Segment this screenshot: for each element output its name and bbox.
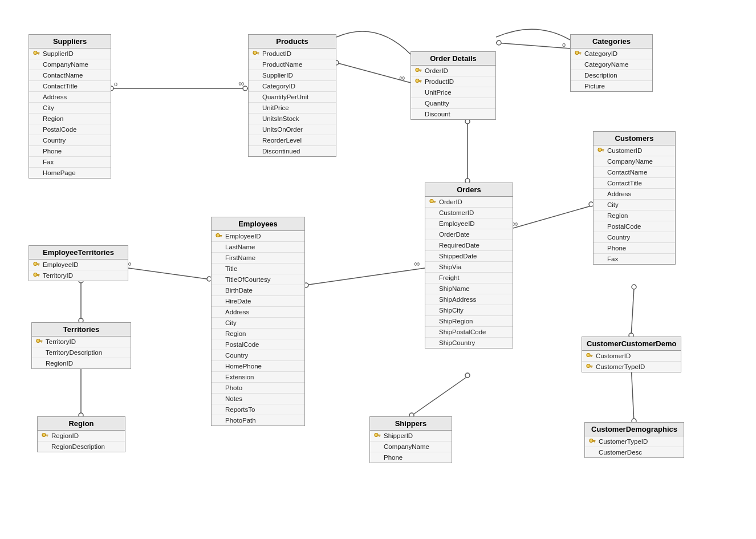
table-row: Country bbox=[29, 135, 111, 146]
field-label: ReorderLevel bbox=[262, 137, 302, 144]
svg-rect-75 bbox=[37, 274, 40, 275]
pk-icon bbox=[586, 352, 594, 360]
svg-point-30 bbox=[465, 373, 470, 378]
table-row: CustomerDesc bbox=[585, 447, 684, 457]
svg-point-38 bbox=[34, 51, 37, 55]
svg-rect-85 bbox=[46, 436, 47, 437]
field-label: PhotoPath bbox=[225, 417, 256, 424]
field-label: ShipCountry bbox=[439, 339, 475, 346]
field-spacer bbox=[414, 110, 422, 118]
field-spacer bbox=[597, 212, 605, 220]
table-row: Region bbox=[594, 210, 675, 221]
svg-rect-52 bbox=[420, 82, 421, 83]
svg-rect-40 bbox=[38, 54, 39, 55]
table-row: CustomerTypeID bbox=[582, 362, 681, 372]
table-row: SupplierID bbox=[249, 70, 336, 81]
table-row: RegionID bbox=[32, 358, 131, 368]
svg-rect-60 bbox=[603, 151, 604, 152]
svg-rect-49 bbox=[419, 71, 420, 72]
field-spacer bbox=[429, 263, 437, 271]
table-orders: Orders OrderIDCustomerIDEmployeeIDOrderD… bbox=[425, 183, 513, 348]
field-label: HomePhone bbox=[225, 363, 262, 370]
field-spacer bbox=[215, 275, 223, 283]
table-row: UnitPrice bbox=[249, 103, 336, 114]
svg-rect-88 bbox=[379, 436, 380, 437]
table-row: Photo bbox=[212, 383, 304, 394]
field-label: PostalCode bbox=[607, 223, 641, 230]
svg-rect-53 bbox=[419, 82, 420, 83]
table-header-customer_customer_demo: CustomerCustomerDemo bbox=[582, 337, 681, 351]
field-spacer bbox=[215, 243, 223, 251]
svg-text:o: o bbox=[562, 41, 566, 48]
table-row: TitleOfCourtesy bbox=[212, 274, 304, 285]
pk-icon bbox=[252, 50, 260, 58]
field-label: UnitsOnOrder bbox=[262, 126, 303, 133]
field-label: SupplierID bbox=[262, 72, 293, 79]
pk-icon bbox=[215, 232, 223, 240]
field-spacer bbox=[32, 82, 40, 90]
table-row: EmployeeID bbox=[425, 218, 513, 229]
svg-rect-57 bbox=[579, 54, 580, 55]
field-spacer bbox=[32, 71, 40, 79]
svg-point-12 bbox=[465, 119, 470, 124]
field-spacer bbox=[414, 99, 422, 107]
svg-line-14 bbox=[513, 205, 593, 228]
field-label: ShipperID bbox=[384, 432, 413, 439]
table-header-suppliers: Suppliers bbox=[29, 35, 111, 48]
table-territories: Territories TerritoryIDTerritoryDescript… bbox=[31, 322, 131, 369]
svg-point-86 bbox=[375, 433, 378, 437]
pk-icon bbox=[32, 261, 40, 269]
table-row: ShipPostalCode bbox=[425, 327, 513, 338]
table-row: UnitPrice bbox=[411, 87, 495, 98]
table-employees: Employees EmployeeIDLastNameFirstNameTit… bbox=[211, 217, 305, 426]
field-label: ProductID bbox=[425, 78, 454, 85]
table-row: ReorderLevel bbox=[249, 135, 336, 146]
svg-rect-43 bbox=[257, 52, 259, 54]
svg-rect-84 bbox=[47, 436, 48, 437]
field-label: TerritoryID bbox=[43, 272, 73, 279]
table-row: ShippedDate bbox=[425, 251, 513, 262]
pk-icon bbox=[414, 78, 422, 86]
svg-rect-41 bbox=[37, 54, 38, 55]
field-spacer bbox=[429, 328, 437, 336]
table-row: QuantityPerUnit bbox=[249, 92, 336, 103]
table-order_details: Order Details OrderID ProductIDUnitPrice… bbox=[410, 51, 496, 120]
table-row: Description bbox=[571, 70, 652, 81]
field-label: Fax bbox=[43, 159, 54, 165]
field-spacer bbox=[32, 93, 40, 101]
field-label: CompanyName bbox=[43, 61, 88, 68]
field-spacer bbox=[252, 93, 260, 101]
field-spacer bbox=[35, 348, 43, 356]
svg-rect-89 bbox=[378, 436, 379, 437]
svg-rect-67 bbox=[220, 235, 222, 236]
table-row: Country bbox=[594, 232, 675, 243]
table-row: CategoryID bbox=[571, 48, 652, 59]
svg-rect-71 bbox=[37, 264, 40, 265]
svg-point-58 bbox=[598, 148, 601, 152]
table-row: Picture bbox=[571, 81, 652, 91]
svg-text:∞: ∞ bbox=[238, 79, 244, 88]
field-label: OrderID bbox=[425, 67, 448, 74]
field-spacer bbox=[32, 136, 40, 144]
field-spacer bbox=[32, 60, 40, 68]
pk-icon bbox=[35, 338, 43, 346]
table-row: EmployeeID bbox=[212, 231, 304, 242]
table-row: Address bbox=[29, 92, 111, 103]
field-label: Extension bbox=[225, 374, 254, 380]
field-spacer bbox=[574, 71, 582, 79]
table-row: City bbox=[212, 318, 304, 329]
table-row: RegionID bbox=[38, 431, 125, 441]
field-label: ProductName bbox=[262, 61, 302, 68]
field-label: CustomerDesc bbox=[599, 449, 642, 456]
field-spacer bbox=[429, 252, 437, 260]
field-label: CustomerID bbox=[607, 147, 642, 154]
svg-rect-48 bbox=[420, 71, 421, 72]
svg-line-29 bbox=[410, 376, 468, 416]
table-row: ContactName bbox=[29, 70, 111, 81]
table-row: CompanyName bbox=[29, 59, 111, 70]
field-label: RegionDescription bbox=[51, 443, 105, 450]
field-label: Phone bbox=[43, 148, 62, 155]
field-spacer bbox=[588, 448, 596, 456]
field-spacer bbox=[574, 60, 582, 68]
table-shippers: Shippers ShipperIDCompanyNamePhone bbox=[369, 416, 452, 463]
